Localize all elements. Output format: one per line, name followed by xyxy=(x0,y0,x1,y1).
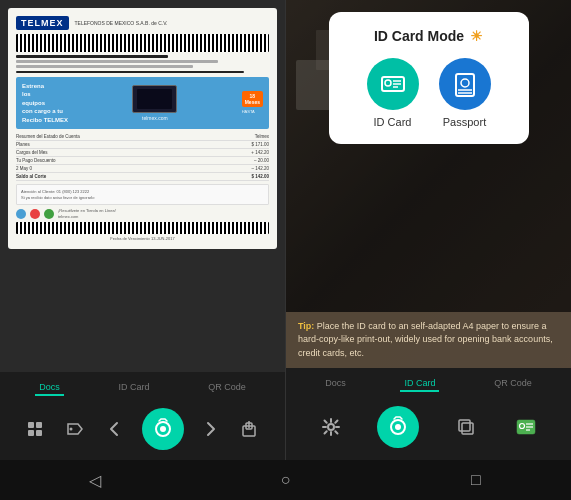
bottom-nav: ◁ ○ □ xyxy=(0,460,571,500)
svg-rect-3 xyxy=(36,430,42,436)
label-icon-button[interactable] xyxy=(61,415,89,443)
doc-header: TELMEX TELEFONOS DE MEXICO S.A.B. de C.V… xyxy=(16,16,269,30)
id-card-option[interactable]: ID Card xyxy=(367,58,419,128)
svg-rect-23 xyxy=(462,423,473,434)
left-tab-qrcode[interactable]: QR Code xyxy=(204,380,250,396)
table-row-3: Cargos del Mes + 142.20 xyxy=(16,149,269,157)
passport-circle xyxy=(439,58,491,110)
logo-circle-2 xyxy=(30,209,40,219)
table-row-total: Saldo al Corte $ 142.00 xyxy=(16,173,269,181)
table-row-1: Resumen del Estado de Cuenta Telmex xyxy=(16,133,269,141)
table-row-2: Planes $ 171.00 xyxy=(16,141,269,149)
tip-label: Tip: xyxy=(298,321,314,331)
svg-point-7 xyxy=(160,426,166,432)
passport-option[interactable]: Passport xyxy=(439,58,491,128)
right-panel: ID Card Mode ☀ xyxy=(286,0,571,460)
sun-icon: ☀ xyxy=(470,28,483,44)
doc-small-section: Atención al Cliente: 01 (800) 123 2222 S… xyxy=(16,184,269,205)
months-badge: 18Meses xyxy=(242,91,263,107)
left-icons-row xyxy=(0,404,285,454)
right-scan-area: ID Card Mode ☀ xyxy=(286,0,571,368)
left-toolbar: Docs ID Card QR Code xyxy=(0,372,285,460)
left-tab-docs[interactable]: Docs xyxy=(35,380,64,396)
tip-box: Tip: Place the ID card to an self-adapte… xyxy=(286,312,571,369)
modal-overlay: ID Card Mode ☀ xyxy=(286,0,571,368)
logo-circle-3 xyxy=(44,209,54,219)
right-tabs: Docs ID Card QR Code xyxy=(286,374,571,394)
svg-rect-0 xyxy=(28,422,34,428)
svg-rect-24 xyxy=(459,420,470,431)
gear-icon-button[interactable] xyxy=(317,413,345,441)
nav-back-button[interactable]: ◁ xyxy=(75,460,115,500)
right-icons-row xyxy=(286,400,571,454)
barcode-bottom xyxy=(16,222,269,234)
table-row-4: Tu Pago Descuento – 20.00 xyxy=(16,157,269,165)
logo-circle-1 xyxy=(16,209,26,219)
svg-point-22 xyxy=(395,424,401,430)
tip-text: Place the ID card to an self-adapted A4 … xyxy=(298,321,553,358)
doc-table: Resumen del Estado de Cuenta Telmex Plan… xyxy=(16,133,269,181)
doc-promo-text: Estrenalosequiposcon cargo a tuRecibo TE… xyxy=(22,82,68,124)
doc-footer-text: Atención al Cliente: 01 (800) 123 2222 S… xyxy=(21,189,264,200)
id-card-label: ID Card xyxy=(374,116,412,128)
svg-point-5 xyxy=(70,428,73,431)
telmex-logo: TELMEX xyxy=(16,16,69,30)
left-tabs: Docs ID Card QR Code xyxy=(0,378,285,398)
copy-icon-button[interactable] xyxy=(452,413,480,441)
id-card-mode-modal: ID Card Mode ☀ xyxy=(329,12,529,144)
doc-logos: ¡Resuélvete en Tienda en Línea! telmex.c… xyxy=(16,208,269,219)
modal-options: ID Card xyxy=(367,58,491,128)
right-toolbar: Docs ID Card QR Code xyxy=(286,368,571,460)
doc-divider1 xyxy=(16,71,244,73)
svg-point-12 xyxy=(385,80,391,86)
tv-image xyxy=(132,85,177,113)
table-row-5: 2 May 0 – 142.20 xyxy=(16,165,269,173)
left-panel: TELMEX TELEFONOS DE MEXICO S.A.B. de C.V… xyxy=(0,0,285,460)
document-paper: TELMEX TELEFONOS DE MEXICO S.A.B. de C.V… xyxy=(8,8,277,249)
modal-title: ID Card Mode ☀ xyxy=(374,28,483,44)
id-card-circle xyxy=(367,58,419,110)
right-tab-qrcode[interactable]: QR Code xyxy=(490,376,536,392)
svg-rect-1 xyxy=(36,422,42,428)
doc-line2 xyxy=(16,60,218,63)
right-scan-button[interactable] xyxy=(377,406,419,448)
scan-camera-button[interactable] xyxy=(142,408,184,450)
doc-line3 xyxy=(16,65,193,68)
doc-header-subtitle: TELEFONOS DE MEXICO S.A.B. de C.V. xyxy=(75,20,168,27)
card-icon-button[interactable] xyxy=(512,413,540,441)
svg-point-17 xyxy=(461,79,469,87)
svg-point-20 xyxy=(328,424,334,430)
hasta-text: HASTA xyxy=(242,109,263,114)
doc-date-bottom: Fecha de Vencimiento 13-JUN-2017 xyxy=(16,236,269,241)
back-arrow-button[interactable] xyxy=(101,415,129,443)
nav-recent-button[interactable]: □ xyxy=(456,460,496,500)
doc-line1 xyxy=(16,55,168,58)
left-tab-idcard[interactable]: ID Card xyxy=(114,380,153,396)
export-icon-button[interactable] xyxy=(236,415,264,443)
doc-footer-tagline: ¡Resuélvete en Tienda en Línea! telmex.c… xyxy=(58,208,116,219)
passport-label: Passport xyxy=(443,116,486,128)
right-tab-idcard[interactable]: ID Card xyxy=(400,376,439,392)
left-scan-area: TELMEX TELEFONOS DE MEXICO S.A.B. de C.V… xyxy=(0,0,285,372)
grid-icon-button[interactable] xyxy=(21,415,49,443)
right-tab-docs[interactable]: Docs xyxy=(321,376,350,392)
nav-home-button[interactable]: ○ xyxy=(265,460,305,500)
barcode-top xyxy=(16,34,269,52)
svg-rect-2 xyxy=(28,430,34,436)
screens-container: TELMEX TELEFONOS DE MEXICO S.A.B. de C.V… xyxy=(0,0,571,460)
tv-screen xyxy=(137,89,172,109)
doc-promo-section: Estrenalosequiposcon cargo a tuRecibo TE… xyxy=(16,77,269,129)
telmex-url: telmex.com xyxy=(132,115,177,121)
forward-arrow-button[interactable] xyxy=(196,415,224,443)
